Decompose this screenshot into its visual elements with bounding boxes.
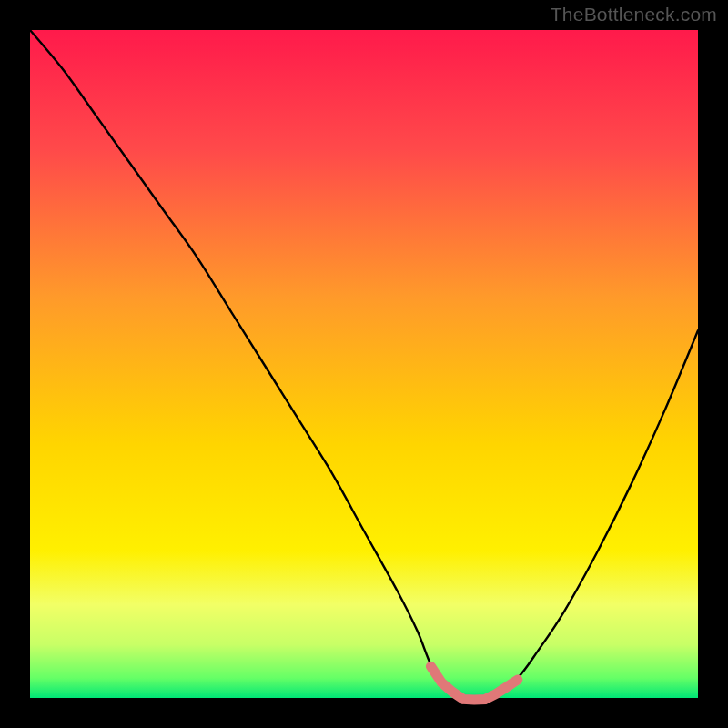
chart-container: TheBottleneck.com	[0, 0, 728, 728]
watermark-text: TheBottleneck.com	[551, 4, 717, 25]
bottleneck-curve-chart	[0, 0, 728, 728]
plot-area	[30, 30, 698, 698]
